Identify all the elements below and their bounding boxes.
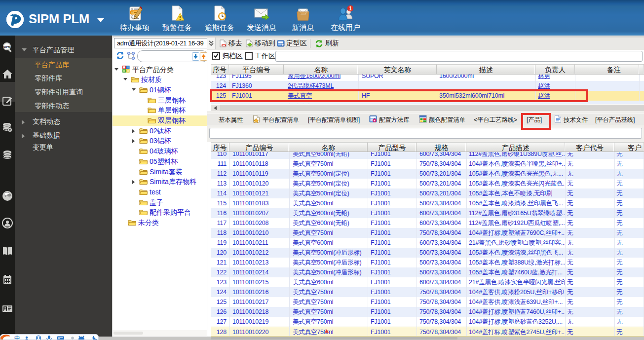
svg-text:1: 1 <box>349 5 352 11</box>
svg-text:SIPM: SIPM <box>3 45 11 48</box>
svg-text:中: 中 <box>14 335 20 340</box>
